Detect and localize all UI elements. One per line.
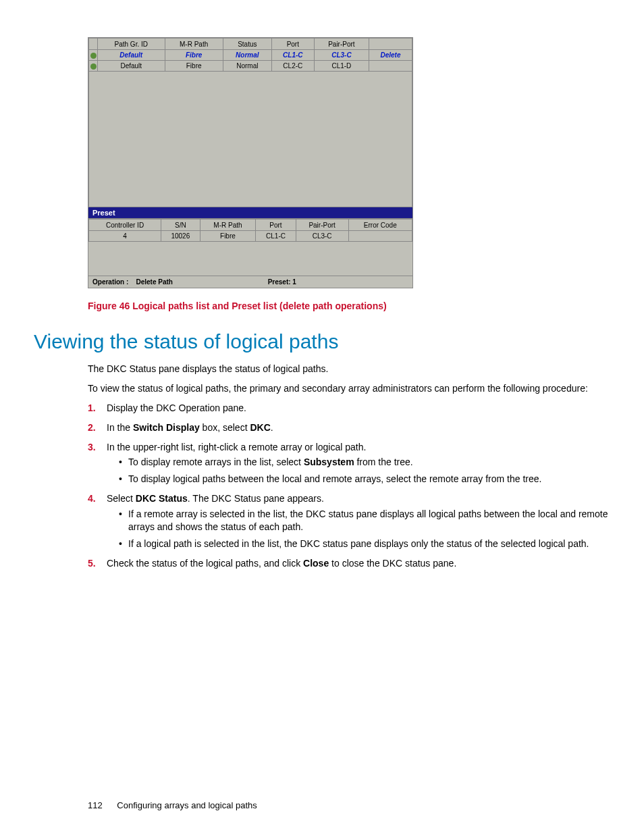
cell-action: Delete — [369, 50, 412, 61]
header-icon-col — [89, 38, 98, 50]
sub-item: If a logical path is selected in the lis… — [119, 538, 610, 550]
col-pair-port[interactable]: Pair-Port — [296, 219, 348, 231]
procedure-list: 1. Display the DKC Operation pane. 2. In… — [88, 402, 610, 570]
col-port[interactable]: Port — [256, 219, 296, 231]
col-sn[interactable]: S/N — [161, 219, 200, 231]
step-number: 3. — [88, 441, 96, 454]
section-heading: Viewing the status of logical paths — [34, 330, 610, 353]
col-mr-path[interactable]: M-R Path — [200, 219, 256, 231]
cell-port: CL2-C — [271, 61, 314, 72]
cell-port: CL1-C — [256, 231, 296, 242]
upper-table: Path Gr. ID M-R Path Status Port Pair-Po… — [88, 38, 412, 72]
status-bar: Operation : Delete Path Preset: 1 — [88, 276, 412, 288]
table-header-row: Controller ID S/N M-R Path Port Pair-Por… — [89, 219, 412, 231]
upper-table-empty-area — [88, 72, 412, 207]
cell-status: Normal — [223, 61, 271, 72]
cell-error-code — [348, 231, 412, 242]
step-text: In the upper-right list, right-click a r… — [107, 442, 366, 452]
operation-label: Operation : — [92, 278, 128, 286]
col-path-gr-id[interactable]: Path Gr. ID — [98, 38, 165, 50]
preset-count: Preset: 1 — [219, 278, 345, 286]
sub-item: If a remote array is selected in the lis… — [119, 508, 610, 533]
table-row[interactable]: 4 10026 Fibre CL1-C CL3-C — [89, 231, 412, 242]
page-footer: 112 Configuring arrays and logical paths — [88, 800, 257, 810]
step-text: Display the DKC Operation pane. — [107, 402, 246, 413]
sub-item: To display remote arrays in the list, se… — [119, 456, 610, 469]
col-status[interactable]: Status — [223, 38, 271, 50]
step-number: 2. — [88, 421, 96, 434]
cell-sn: 10026 — [161, 231, 200, 242]
step-text: Check the status of the logical paths, a… — [107, 558, 456, 569]
cell-action — [369, 61, 412, 72]
cell-pair-port: CL3-C — [314, 50, 369, 61]
status-dot-icon — [89, 50, 98, 61]
col-controller-id[interactable]: Controller ID — [89, 219, 161, 231]
col-pair-port[interactable]: Pair-Port — [314, 38, 369, 50]
cell-mr-path: Fibre — [165, 50, 223, 61]
step-3: 3. In the upper-right list, right-click … — [88, 441, 610, 486]
step-number: 4. — [88, 492, 96, 505]
table-row[interactable]: Default Fibre Normal CL1-C CL3-C Delete — [89, 50, 412, 61]
cell-status: Normal — [223, 50, 271, 61]
cell-controller-id: 4 — [89, 231, 161, 242]
step-1: 1. Display the DKC Operation pane. — [88, 402, 610, 415]
chapter-title: Configuring arrays and logical paths — [117, 800, 257, 810]
cell-path-gr-id: Default — [98, 50, 165, 61]
intro-text: To view the status of logical paths, the… — [88, 382, 610, 395]
sub-list: If a remote array is selected in the lis… — [119, 508, 610, 550]
status-dot-icon — [89, 61, 98, 72]
table-header-row: Path Gr. ID M-R Path Status Port Pair-Po… — [89, 38, 412, 50]
sub-item: To display logical paths between the loc… — [119, 473, 610, 486]
preset-section-header: Preset — [88, 207, 412, 219]
cell-pair-port: CL3-C — [296, 231, 348, 242]
cell-path-gr-id: Default — [98, 61, 165, 72]
step-2: 2. In the Switch Display box, select DKC… — [88, 421, 610, 434]
page-number: 112 — [88, 800, 103, 810]
step-5: 5. Check the status of the logical paths… — [88, 557, 610, 570]
cell-mr-path: Fibre — [165, 61, 223, 72]
step-text: In the Switch Display box, select DKC. — [107, 422, 273, 433]
step-number: 5. — [88, 557, 96, 570]
intro-text: The DKC Status pane displays the status … — [88, 363, 610, 375]
cell-pair-port: CL1-D — [314, 61, 369, 72]
col-port[interactable]: Port — [271, 38, 314, 50]
cell-mr-path: Fibre — [200, 231, 256, 242]
col-action[interactable] — [369, 38, 412, 50]
logical-paths-panel: Path Gr. ID M-R Path Status Port Pair-Po… — [88, 37, 413, 288]
col-error-code[interactable]: Error Code — [348, 219, 412, 231]
col-mr-path[interactable]: M-R Path — [165, 38, 223, 50]
figure-caption: Figure 46 Logical paths list and Preset … — [88, 301, 610, 311]
step-number: 1. — [88, 402, 96, 415]
step-4: 4. Select DKC Status. The DKC Status pan… — [88, 492, 610, 550]
operation-value: Delete Path — [136, 278, 172, 286]
preset-table-empty-area — [88, 242, 412, 276]
cell-port: CL1-C — [271, 50, 314, 61]
step-text: Select DKC Status. The DKC Status pane a… — [107, 493, 324, 504]
table-row[interactable]: Default Fibre Normal CL2-C CL1-D — [89, 61, 412, 72]
sub-list: To display remote arrays in the list, se… — [119, 456, 610, 486]
preset-table: Controller ID S/N M-R Path Port Pair-Por… — [88, 219, 412, 242]
